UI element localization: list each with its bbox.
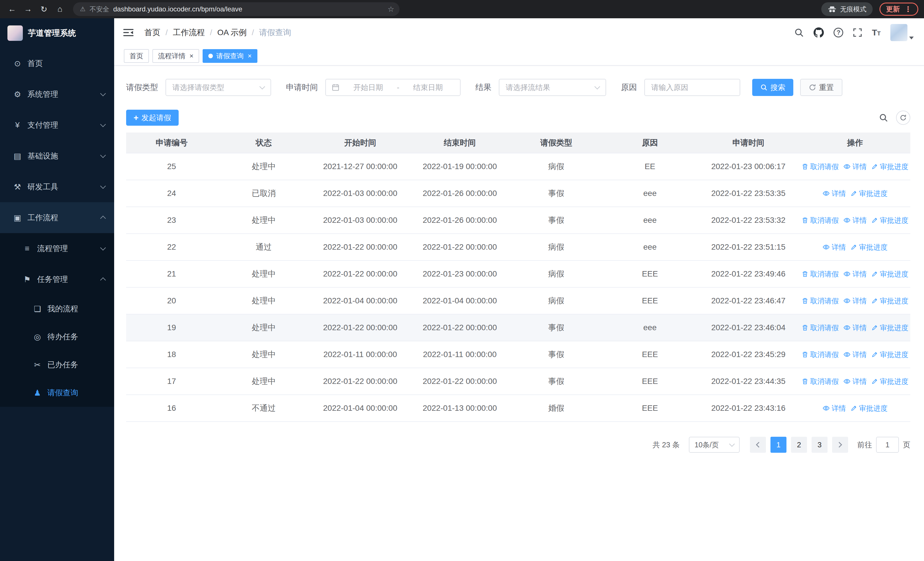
detail-action-link[interactable]: 详情 (843, 216, 867, 225)
progress-action-link[interactable]: 审批进度 (871, 162, 908, 171)
edit-icon (871, 351, 878, 358)
browser-menu-icon[interactable]: ⋮ (904, 5, 912, 14)
detail-action-link[interactable]: 详情 (843, 162, 867, 171)
create-leave-button[interactable]: + 发起请假 (126, 110, 178, 126)
reset-button[interactable]: 重置 (800, 79, 842, 96)
font-size-icon[interactable]: TT (872, 28, 880, 38)
tab-3[interactable]: 请假查询× (202, 49, 257, 63)
reason-input[interactable] (644, 79, 740, 96)
chevron-up-icon (100, 277, 106, 283)
progress-action-link[interactable]: 审批进度 (871, 296, 908, 305)
chevron-down-icon (100, 152, 106, 158)
progress-action-link[interactable]: 审批进度 (850, 404, 888, 413)
apply-time-range-picker[interactable]: 开始日期 - 结束日期 (325, 79, 460, 96)
cancel-action-link[interactable]: 取消请假 (802, 350, 838, 359)
trash-icon (802, 297, 808, 304)
detail-action-link[interactable]: 详情 (822, 189, 846, 198)
page-button-1[interactable]: 1 (771, 437, 786, 453)
next-page-button[interactable] (832, 437, 848, 453)
cell-start-time: 2022-01-22 00:00:00 (310, 234, 410, 260)
forward-icon[interactable]: → (22, 3, 34, 15)
progress-action-link[interactable]: 审批进度 (850, 242, 888, 252)
url-text: dashboard.yudao.iocoder.cn/bpm/oa/leave (113, 5, 381, 13)
sidebar-fold-icon[interactable] (123, 28, 134, 37)
page-size-select[interactable]: 10条/页 (689, 437, 740, 453)
progress-action-link[interactable]: 审批进度 (850, 189, 888, 198)
goto-label: 前往 (857, 440, 872, 450)
progress-action-link[interactable]: 审批进度 (871, 377, 908, 386)
cell-apply-time: 2022-01-22 23:51:15 (697, 234, 800, 260)
sidebar-item-4[interactable]: ▤基础设施 (0, 141, 114, 171)
sidebar-item-8[interactable]: ⚑任务管理 (0, 264, 114, 295)
security-label: 不安全 (90, 5, 109, 14)
cell-id: 21 (126, 260, 217, 287)
sidebar-item-2[interactable]: ⚙系统管理 (0, 79, 114, 110)
done-task-icon: ✂ (33, 360, 42, 370)
sidebar-item-1[interactable]: ⊙首页 (0, 48, 114, 79)
tab-close-icon[interactable]: × (189, 53, 194, 59)
result-select[interactable]: 请选择流结果 (499, 79, 606, 96)
search-button[interactable]: 搜索 (752, 79, 793, 96)
avatar[interactable] (890, 24, 908, 41)
detail-action-link[interactable]: 详情 (843, 296, 867, 305)
sidebar-menu: ⊙首页⚙系统管理¥支付管理▤基础设施⚒研发工具▣工作流程≡流程管理⚑任务管理❏我… (0, 48, 114, 561)
leave-type-select[interactable]: 请选择请假类型 (165, 79, 271, 96)
reason-label: 原因 (621, 82, 637, 93)
cancel-action-link[interactable]: 取消请假 (802, 216, 838, 225)
sidebar-item-10[interactable]: ◎待办任务 (0, 323, 114, 351)
cell-id: 25 (126, 153, 217, 180)
sidebar-item-6[interactable]: ▣工作流程 (0, 202, 114, 233)
detail-action-link[interactable]: 详情 (822, 242, 846, 252)
sidebar-item-7[interactable]: ≡流程管理 (0, 233, 114, 264)
breadcrumb-separator: / (210, 28, 212, 37)
sidebar-item-11[interactable]: ✂已办任务 (0, 351, 114, 379)
cancel-action-link[interactable]: 取消请假 (802, 269, 838, 279)
cell-reason: EEE (603, 287, 697, 314)
tab-1[interactable]: 首页 (124, 49, 149, 63)
breadcrumb-item-3[interactable]: OA 示例 (218, 27, 247, 38)
progress-action-link[interactable]: 审批进度 (871, 216, 908, 225)
tab-2[interactable]: 流程详情× (152, 49, 199, 63)
detail-action-link[interactable]: 详情 (822, 404, 846, 413)
help-icon[interactable]: ? (834, 28, 843, 38)
page-button-3[interactable]: 3 (812, 437, 828, 453)
sidebar-item-12[interactable]: ♟请假查询 (0, 379, 114, 407)
cancel-action-link[interactable]: 取消请假 (802, 377, 838, 386)
home-icon[interactable]: ⌂ (54, 3, 66, 15)
user-menu[interactable] (890, 24, 914, 41)
cancel-action-link[interactable]: 取消请假 (802, 162, 838, 171)
cell-leave-type: 病假 (510, 234, 603, 260)
detail-action-link[interactable]: 详情 (843, 350, 867, 359)
cell-reason: EEE (603, 341, 697, 368)
progress-action-link[interactable]: 审批进度 (871, 269, 908, 279)
search-icon[interactable] (794, 28, 804, 38)
back-icon[interactable]: ← (6, 3, 18, 15)
page-button-2[interactable]: 2 (791, 437, 807, 453)
cancel-action-link[interactable]: 取消请假 (802, 296, 838, 305)
breadcrumb-item-2[interactable]: 工作流程 (173, 27, 205, 38)
cancel-action-link[interactable]: 取消请假 (802, 323, 838, 332)
reload-icon[interactable]: ↻ (38, 3, 50, 15)
progress-action-link[interactable]: 审批进度 (871, 323, 908, 332)
toggle-search-icon[interactable] (879, 113, 888, 122)
github-icon[interactable] (814, 27, 824, 38)
cell-reason: eee (603, 314, 697, 341)
my-process-icon: ❏ (33, 304, 42, 314)
detail-action-link[interactable]: 详情 (843, 377, 867, 386)
progress-action-link[interactable]: 审批进度 (871, 350, 908, 359)
pagination: 共 23 条 10条/页 123 前往 页 (126, 437, 910, 453)
detail-action-link[interactable]: 详情 (843, 323, 867, 332)
detail-action-link[interactable]: 详情 (843, 269, 867, 279)
sidebar-item-9[interactable]: ❏我的流程 (0, 295, 114, 323)
breadcrumb-item-1[interactable]: 首页 (144, 27, 160, 38)
refresh-table-icon[interactable] (896, 111, 910, 125)
goto-page-input[interactable] (876, 437, 899, 453)
sidebar-item-5[interactable]: ⚒研发工具 (0, 171, 114, 202)
address-bar[interactable]: ⚠ 不安全 dashboard.yudao.iocoder.cn/bpm/oa/… (73, 2, 399, 16)
tab-close-icon[interactable]: × (248, 53, 252, 59)
update-button[interactable]: 更新 ⋮ (879, 3, 918, 16)
prev-page-button[interactable] (750, 437, 766, 453)
bookmark-star-icon[interactable]: ☆ (385, 5, 397, 14)
fullscreen-icon[interactable] (853, 28, 862, 37)
sidebar-item-3[interactable]: ¥支付管理 (0, 110, 114, 141)
